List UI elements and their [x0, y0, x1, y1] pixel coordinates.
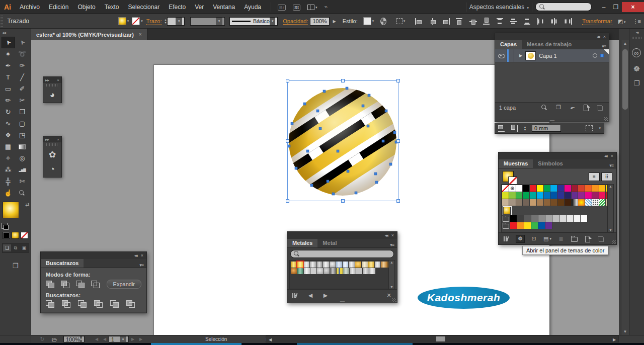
- align-left-icon[interactable]: [413, 17, 425, 26]
- color-swatch[interactable]: [572, 185, 579, 192]
- no-edit-icon[interactable]: ✕: [385, 292, 393, 299]
- color-swatch[interactable]: [592, 192, 599, 199]
- panel-menu-icon[interactable]: ▾≡: [136, 263, 146, 268]
- stroke-weight-stepper[interactable]: ▴▾: [165, 18, 166, 24]
- color-swatch[interactable]: [565, 192, 572, 199]
- metal-swatch[interactable]: [355, 262, 361, 268]
- expand-button[interactable]: Expandir: [107, 280, 141, 289]
- color-swatch[interactable]: [502, 199, 509, 206]
- scroll-right-icon[interactable]: ▶: [610, 336, 618, 343]
- pattern-swatch[interactable]: [599, 199, 606, 206]
- metal-swatch[interactable]: [349, 262, 355, 268]
- color-group-folder-icon[interactable]: [502, 215, 510, 222]
- scroll-up-icon[interactable]: ▲: [390, 261, 393, 264]
- color-palette-icon[interactable]: ✿: [43, 147, 61, 162]
- width-profile-dropdown[interactable]: ▾: [190, 17, 225, 26]
- screen-mode-icon[interactable]: ❐: [11, 262, 21, 270]
- free-transform-tool[interactable]: ▢: [16, 118, 29, 129]
- width-tool[interactable]: ∿: [2, 118, 15, 129]
- selection-handle[interactable]: [396, 199, 400, 203]
- metal-swatch[interactable]: [336, 262, 342, 268]
- pattern-swatch[interactable]: [585, 199, 592, 206]
- menu-ayuda[interactable]: Ayuda: [239, 0, 266, 14]
- tools-collapse-icon[interactable]: ◂◂: [0, 29, 31, 37]
- color-swatch[interactable]: [550, 185, 557, 192]
- rectangle-tool[interactable]: ▭: [2, 83, 15, 95]
- close-icon[interactable]: ×: [391, 233, 394, 238]
- menu-ver[interactable]: Ver: [190, 0, 208, 14]
- scroll-up-icon[interactable]: ▲: [609, 185, 612, 188]
- zoom-tool[interactable]: [16, 187, 29, 199]
- color-swatch[interactable]: [550, 199, 557, 206]
- dist-bottom-icon[interactable]: [522, 17, 533, 26]
- color-swatch[interactable]: [599, 185, 606, 192]
- color-swatch[interactable]: [537, 185, 544, 192]
- menu-ventana[interactable]: Ventana: [208, 0, 239, 14]
- swatch-library-icon[interactable]: ▾: [291, 292, 299, 299]
- scrollbar-thumb[interactable]: [436, 336, 445, 341]
- metal-swatch[interactable]: [363, 268, 369, 274]
- color-swatch[interactable]: [574, 215, 581, 222]
- metal-swatch[interactable]: [368, 262, 374, 268]
- color-swatch[interactable]: [578, 192, 585, 199]
- opacity-field[interactable]: 100%: [310, 17, 329, 26]
- last-page-icon[interactable]: ▶: [137, 336, 145, 343]
- panel-menu-icon[interactable]: ▾≡: [606, 163, 616, 168]
- tab-simbolos[interactable]: Símbolos: [533, 159, 568, 168]
- hand-tool[interactable]: ☝: [2, 187, 15, 199]
- floating-tool-panel-1[interactable]: ▸▸× ◕: [43, 76, 62, 103]
- brush-definition-dropdown[interactable]: Básico▾: [229, 17, 278, 26]
- metal-swatch[interactable]: [310, 262, 316, 268]
- fill-swatch[interactable]: [118, 17, 126, 25]
- mesh-tool[interactable]: ▦: [2, 141, 15, 152]
- metal-swatch[interactable]: [316, 262, 323, 268]
- shape-sphere-icon[interactable]: ◕: [43, 88, 61, 103]
- metal-swatch[interactable]: [369, 268, 375, 274]
- minus-front-icon[interactable]: [61, 281, 67, 288]
- panel-grip[interactable]: ▪▪▪▪▪▪: [550, 119, 554, 122]
- spacing-stepper[interactable]: ▴▾: [524, 125, 526, 131]
- perspective-grid-tool[interactable]: ◳: [16, 129, 29, 141]
- metal-swatch[interactable]: [310, 268, 316, 274]
- pen-tool[interactable]: ✒: [2, 60, 15, 71]
- selection-bounding-box[interactable]: [287, 80, 398, 201]
- registration-swatch[interactable]: ⊕: [509, 185, 516, 192]
- metal-swatch[interactable]: [381, 262, 387, 268]
- selection-handle[interactable]: [341, 79, 345, 82]
- opacity-panel-link[interactable]: Opacidad:: [283, 18, 308, 25]
- color-swatch[interactable]: [537, 199, 544, 206]
- metal-swatch[interactable]: [330, 262, 336, 268]
- color-swatch[interactable]: [502, 192, 509, 199]
- metal-swatch[interactable]: [330, 268, 336, 274]
- color-swatch[interactable]: [565, 185, 572, 192]
- metal-swatch[interactable]: [317, 268, 323, 274]
- vertical-scrollbar[interactable]: ▲ ▼: [621, 40, 629, 335]
- minimize-button[interactable]: –: [598, 2, 610, 12]
- selection-indicator[interactable]: [600, 54, 604, 57]
- transform-panel-link[interactable]: Transformar: [582, 18, 612, 25]
- tab-muestras[interactable]: Muestras: [499, 159, 533, 168]
- outline-icon[interactable]: [110, 300, 119, 308]
- metal-swatch[interactable]: [304, 268, 310, 274]
- curvature-tool[interactable]: ✑: [16, 60, 29, 71]
- color-swatch[interactable]: [544, 199, 551, 206]
- close-icon[interactable]: ×: [603, 34, 606, 39]
- tab-metal[interactable]: Metal: [317, 239, 342, 247]
- panel-grip[interactable]: [1, 16, 3, 27]
- new-layer-icon[interactable]: [583, 104, 591, 111]
- color-swatch[interactable]: [557, 192, 565, 199]
- color-swatch[interactable]: [531, 222, 538, 229]
- page-number-field[interactable]: 1▾: [109, 336, 129, 342]
- color-swatch[interactable]: [523, 199, 530, 206]
- gradient-tool[interactable]: [16, 141, 29, 152]
- fill-proxy[interactable]: [3, 202, 19, 218]
- floating-tool-panel-2[interactable]: ▸▸× ✿ ◔: [43, 136, 62, 178]
- gradient-swatch[interactable]: [572, 199, 579, 206]
- metal-swatch[interactable]: [343, 262, 349, 268]
- visibility-toggle[interactable]: [495, 49, 507, 62]
- prev-page-icon[interactable]: ◀: [101, 336, 109, 343]
- slice-tool[interactable]: ✄: [16, 176, 29, 187]
- align-bottom-icon[interactable]: [481, 17, 493, 26]
- line-tool[interactable]: ╱: [16, 71, 29, 83]
- color-swatch[interactable]: [559, 215, 567, 222]
